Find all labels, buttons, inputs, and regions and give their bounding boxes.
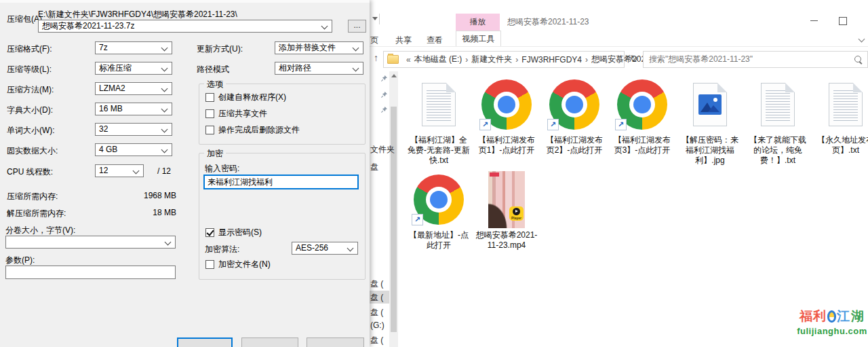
encryption-method-combobox[interactable]: AES-256 [292, 242, 358, 255]
tab-share[interactable]: 共享 [395, 35, 412, 46]
volume-size-label: 分卷大小，字节(V): [5, 225, 75, 236]
cancel-button[interactable] [241, 337, 298, 347]
volume-size-combobox[interactable] [5, 236, 176, 249]
shared-files-label: 压缩共享文件 [218, 108, 267, 120]
file-item[interactable]: 【永久地址发布页】.txt [812, 76, 868, 171]
archive-dir-path: E:\新建文件夹\FJW3RHFGDY4\想喝安慕希2021-11-23\ [38, 9, 237, 20]
tab-video-tools[interactable]: 视频工具 [456, 31, 501, 47]
password-input[interactable] [203, 175, 359, 189]
file-item[interactable]: 【解压密码：来福利江湖找福利】.jpg [676, 76, 744, 171]
file-name: 【来了就能下载的论坛，纯免费！】.txt [744, 135, 812, 166]
file-name: 【福利江湖发布页1】-点此打开 [473, 135, 540, 156]
method-label: 压缩方法(M): [7, 84, 54, 96]
maximize-button[interactable] [839, 17, 847, 25]
breadcrumb-item-folder2[interactable]: FJW3RHFGDY4 [521, 55, 582, 65]
ok-button[interactable] [177, 337, 233, 347]
option-delete-after[interactable]: 操作完成后删除源文件 [205, 124, 300, 136]
tab-home-fragment[interactable]: 页 [370, 35, 378, 46]
file-item[interactable]: 【福利江湖】全免费-无套路-更新快.txt [405, 76, 473, 171]
show-password-option[interactable]: 显示密码(S) [205, 227, 262, 238]
nav-item-drive-fragment[interactable]: 盘 ( [370, 278, 383, 290]
format-label: 压缩格式(F): [7, 43, 52, 55]
address-bar[interactable]: « 本地磁盘 (E:) › 新建文件夹 › FJW3RHFGDY4 › 想喝安慕… [383, 51, 625, 68]
breadcrumb-separator: › [462, 55, 471, 65]
breadcrumb-item-folder1[interactable]: 新建文件夹 [471, 54, 512, 65]
file-item[interactable]: ↗ 【福利江湖发布页2】-点此打开 [540, 76, 608, 171]
encryption-method-label: 加密算法: [205, 244, 239, 255]
nav-scrollbar[interactable] [389, 71, 398, 347]
search-icon[interactable] [854, 56, 861, 62]
memory-extract-value: 18 MB [102, 208, 176, 217]
method-combobox[interactable]: LZMA2 [95, 82, 172, 95]
shared-files-checkbox[interactable] [205, 109, 214, 118]
text-file-icon [422, 83, 456, 126]
show-password-checkbox[interactable] [205, 228, 214, 237]
file-name: 【福利江湖发布页3】-点此打开 [608, 135, 676, 156]
level-combobox[interactable]: 标准压缩 [95, 62, 172, 75]
show-password-label: 显示密码(S) [218, 227, 262, 238]
minimize-button[interactable] [810, 20, 818, 21]
password-label: 输入密码: [205, 163, 239, 175]
nav-item-drive-fragment[interactable]: 盘 ( [370, 335, 383, 346]
ribbon-divider [370, 46, 868, 47]
site-watermark: 福利江湖 fulijianghu.com [791, 308, 868, 336]
cpu-threads-combobox[interactable]: 12 [95, 164, 144, 177]
shortcut-arrow-icon: ↗ [412, 214, 423, 225]
help-button[interactable] [307, 337, 364, 347]
delete-after-checkbox[interactable] [205, 126, 214, 134]
memory-compress-value: 1968 MB [102, 191, 176, 200]
file-icon-box [744, 76, 812, 133]
nav-item-drive-fragment-selected[interactable]: 盘 ( [370, 292, 383, 304]
nav-item-fragment[interactable]: 文件夹 [370, 144, 395, 156]
encrypt-filenames-option[interactable]: 加密文件名(N) [205, 259, 271, 270]
update-mode-label: 更新方式(U): [197, 43, 243, 55]
chrome-icon: ↗ [617, 79, 667, 130]
scrollbar-up-icon[interactable] [391, 74, 397, 77]
file-item[interactable]: ↗ 【最新地址】-点此打开 [405, 171, 473, 266]
breadcrumb-item-drive[interactable]: 本地磁盘 (E:) [414, 54, 462, 65]
7zip-add-archive-dialog: 压缩包(A) E:\新建文件夹\FJW3RHFGDY4\想喝安慕希2021-11… [0, 0, 370, 347]
pin-icon [380, 91, 388, 101]
option-create-sfx[interactable]: 创建自释放程序(X) [205, 92, 286, 103]
option-shared-files[interactable]: 压缩共享文件 [205, 108, 267, 120]
cpu-threads-max: / 12 [157, 166, 171, 176]
chrome-icon: ↗ [549, 79, 599, 130]
up-arrow-icon[interactable]: ↑ [374, 52, 378, 63]
ribbon-contextual-group-play[interactable]: 播放 [456, 14, 500, 31]
encrypt-filenames-checkbox[interactable] [205, 260, 214, 269]
ribbon-collapse-icon[interactable] [859, 34, 864, 43]
update-mode-combobox[interactable]: 添加并替换文件 [275, 41, 363, 54]
nav-item-fragment[interactable]: 盘 [370, 162, 378, 173]
tab-view[interactable]: 查看 [427, 35, 443, 46]
dictionary-combobox[interactable]: 16 MB [95, 103, 172, 115]
file-icon-box: ↗ [608, 76, 676, 133]
shortcut-arrow-icon: ↗ [547, 119, 559, 130]
archive-name-value: 想喝安慕希2021-11-23.7z [42, 21, 135, 31]
parameters-input[interactable] [5, 266, 176, 279]
word-size-combobox[interactable]: 32 [95, 123, 172, 136]
nav-item-drive-fragment[interactable]: 盘 ( [370, 307, 383, 318]
file-item[interactable]: ↗ 【福利江湖发布页3】-点此打开 [608, 76, 676, 171]
file-item[interactable]: 【来了就能下载的论坛，纯免费！】.txt [744, 76, 812, 171]
browse-button[interactable]: ... [348, 20, 366, 33]
refresh-icon[interactable]: ↻ [630, 53, 638, 64]
file-grid: 【福利江湖】全免费-无套路-更新快.txt ↗ 【福利江湖发布页1】-点此打开 … [405, 76, 868, 266]
file-icon-box: ↗ [540, 76, 608, 133]
mouse-icon [827, 310, 836, 323]
archive-name-combobox[interactable]: 想喝安慕希2021-11-23.7z [38, 20, 332, 33]
path-mode-combobox[interactable]: 相对路径 [275, 62, 363, 75]
sfx-checkbox[interactable] [205, 93, 214, 102]
file-name: 【解压密码：来福利江湖找福利】.jpg [676, 135, 744, 166]
nav-item-drive-fragment[interactable]: (G:) [370, 321, 384, 330]
file-item[interactable]: ↗ 【福利江湖发布页1】-点此打开 [473, 76, 540, 171]
scrollbar-thumb[interactable] [391, 107, 397, 332]
player-badge-text: Player [509, 216, 524, 220]
quick-access-toolbar-dropdown-icon[interactable] [372, 17, 378, 20]
file-item[interactable]: Player 想喝安慕希2021-11-23.mp4 [473, 171, 540, 266]
window-title: 想喝安慕希2021-11-23 [507, 16, 589, 28]
watermark-text: 江 [837, 308, 850, 325]
search-box[interactable]: 搜索"想喝安慕希2021-11-23" [643, 51, 868, 68]
solid-block-combobox[interactable]: 4 GB [95, 143, 172, 156]
format-combobox[interactable]: 7z [95, 41, 172, 54]
video-thumbnail-icon: Player [488, 171, 525, 228]
